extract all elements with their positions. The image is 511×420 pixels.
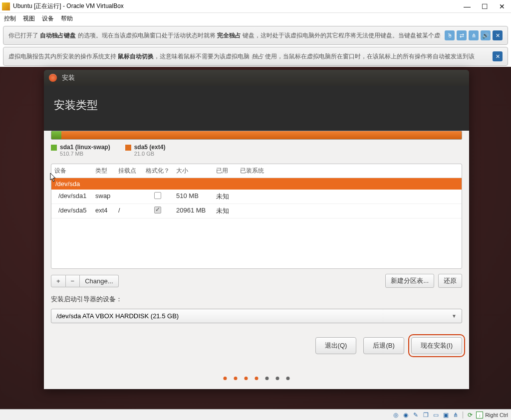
quit-button[interactable]: 退出(Q): [315, 337, 357, 354]
mouse-integration-icon[interactable]: ⟳: [466, 411, 474, 419]
menu-control[interactable]: 控制: [4, 14, 16, 23]
cell-size: 20961 MB: [173, 204, 213, 218]
cell-used: 未知: [213, 190, 237, 204]
progress-dots: [224, 377, 290, 380]
cell-type: swap: [92, 190, 115, 204]
table-row[interactable]: /dev/sda5 ext4 / 20961 MB 未知: [51, 204, 462, 218]
col-type: 类型: [92, 164, 115, 178]
notification-close-icon[interactable]: ✕: [493, 51, 503, 61]
back-button[interactable]: 后退(B): [363, 337, 404, 354]
vbox-statusbar: ◎ ◉ ✎ ❐ ▭ ▣ ⋔ ⟳ ↓ Right Ctrl: [0, 409, 511, 420]
minimize-button[interactable]: ―: [464, 2, 471, 10]
legend-size: 21.0 GB: [134, 151, 166, 157]
dot: [276, 377, 279, 380]
menu-view[interactable]: 视图: [23, 14, 35, 23]
notification-text: 你已打开了 自动独占键盘 的选项。现在当该虚拟电脑窗口处于活动状态时就将 完全独…: [8, 31, 441, 40]
shared-folder-icon[interactable]: ❐: [422, 411, 430, 419]
window-controls: ― ☐ ✕: [464, 2, 509, 10]
dot: [224, 377, 227, 380]
cell-used: 未知: [213, 204, 237, 218]
table-row[interactable]: /dev/sda1 swap 510 MB 未知: [51, 190, 462, 204]
installer-heading: 安装类型: [44, 86, 469, 131]
table-group-row[interactable]: /dev/sda: [51, 178, 462, 190]
cell-format[interactable]: [142, 190, 173, 204]
new-partition-table-button[interactable]: 新建分区表...: [385, 274, 434, 288]
col-format: 格式化？: [142, 164, 173, 178]
cell-format[interactable]: [142, 204, 173, 218]
revert-button[interactable]: 还原: [438, 274, 462, 288]
cell-system: [237, 190, 462, 204]
bootloader-select[interactable]: /dev/sda ATA VBOX HARDDISK (21.5 GB) ▼: [51, 309, 462, 323]
notification-close-icon[interactable]: ✕: [493, 30, 503, 40]
cell-device: /dev/sda1: [51, 190, 92, 204]
legend-swatch-swap: [51, 145, 57, 151]
menu-devices[interactable]: 设备: [42, 14, 54, 23]
installer-title: 安装: [62, 73, 75, 82]
usb-icon[interactable]: ✎: [412, 411, 420, 419]
bootloader-value: /dev/sda ATA VBOX HARDDISK (21.5 GB): [56, 312, 179, 320]
notification-keyboard: 你已打开了 自动独占键盘 的选项。现在当该虚拟电脑窗口处于活动状态时就将 完全独…: [3, 26, 508, 45]
col-device: 设备: [51, 164, 92, 178]
bootloader-label: 安装启动引导器的设备：: [44, 293, 469, 306]
display-icon[interactable]: ▭: [432, 411, 440, 419]
dot: [234, 377, 238, 380]
legend-label: sda5 (ext4): [134, 144, 166, 151]
optical-icon[interactable]: ◉: [402, 411, 410, 419]
ubuntu-desktop: 安装 安装类型 sda1 (linux-swap) 510.7 MB: [0, 67, 511, 409]
notification-area: 你已打开了 自动独占键盘 的选项。现在当该虚拟电脑窗口处于活动状态时就将 完全独…: [0, 24, 511, 70]
dot: [286, 377, 290, 380]
hdd-icon[interactable]: ◎: [392, 411, 400, 419]
disk-usage-bar: [51, 131, 462, 140]
audio-icon: 🔊: [481, 30, 491, 40]
mouse-status-icon: 🖱: [445, 30, 455, 40]
legend-size: 510.7 MB: [60, 151, 110, 157]
installer-close-button[interactable]: [49, 74, 57, 82]
network-status-icon[interactable]: ⋔: [452, 411, 460, 419]
chevron-down-icon: ▼: [452, 313, 457, 319]
add-partition-button[interactable]: +: [51, 275, 66, 287]
install-now-button[interactable]: 现在安装(I): [411, 337, 462, 354]
change-partition-button[interactable]: Change...: [80, 275, 118, 287]
cell-size: 510 MB: [173, 190, 213, 204]
disk-segment-ext4: [61, 131, 462, 139]
cell-type: ext4: [92, 204, 115, 218]
host-key-label: Right Ctrl: [485, 412, 508, 418]
col-mount: 挂载点: [115, 164, 142, 178]
remove-partition-button[interactable]: −: [66, 275, 80, 287]
vbox-window-title: Ubuntu [正在运行] - Oracle VM VirtualBox: [13, 2, 124, 10]
legend-item-ext4: sda5 (ext4) 21.0 GB: [125, 144, 166, 157]
dot: [255, 377, 258, 380]
vbox-app-icon: [2, 2, 10, 10]
table-header: 设备 类型 挂载点 格式化？ 大小 已用 已装系统: [51, 164, 462, 178]
table-blank-area: [51, 218, 462, 268]
col-system: 已装系统: [237, 164, 462, 178]
host-key-icon: ↓: [476, 412, 483, 419]
col-size: 大小: [173, 164, 213, 178]
cell-device: /dev/sda5: [51, 204, 92, 218]
partition-toolbar: + − Change... 新建分区表... 还原: [44, 269, 469, 293]
legend-swatch-ext4: [125, 145, 131, 151]
disk-legend: sda1 (linux-swap) 510.7 MB sda5 (ext4) 2…: [44, 140, 469, 164]
network-icon: ⋔: [469, 30, 479, 40]
disk-segment-swap: [51, 131, 61, 139]
col-used: 已用: [213, 164, 237, 178]
close-button[interactable]: ✕: [499, 2, 505, 10]
legend-item-swap: sda1 (linux-swap) 510.7 MB: [51, 144, 110, 157]
format-checkbox[interactable]: [154, 192, 161, 199]
dot: [245, 377, 248, 380]
notification-text: 虚拟电脑报告其内所安装的操作系统支持 鼠标自动切换，这意味着鼠标不需要为该虚拟电…: [8, 52, 489, 61]
cell-mount: /: [115, 204, 142, 218]
video-capture-icon[interactable]: ▣: [442, 411, 450, 419]
installer-window: 安装 安装类型 sda1 (linux-swap) 510.7 MB: [44, 70, 469, 389]
vbox-menubar: 控制 视图 设备 帮助: [0, 13, 511, 24]
legend-label: sda1 (linux-swap): [60, 144, 110, 151]
installer-titlebar[interactable]: 安装: [44, 70, 469, 86]
format-checkbox[interactable]: [154, 207, 161, 213]
maximize-button[interactable]: ☐: [482, 2, 488, 10]
partition-table[interactable]: 设备 类型 挂载点 格式化？ 大小 已用 已装系统 /dev/sda /dev/…: [51, 164, 462, 269]
menu-help[interactable]: 帮助: [61, 14, 73, 23]
dot: [265, 377, 269, 380]
share-icon: ⇄: [457, 30, 467, 40]
nav-buttons: 退出(Q) 后退(B) 现在安装(I): [44, 323, 469, 354]
notification-mouse: 虚拟电脑报告其内所安装的操作系统支持 鼠标自动切换，这意味着鼠标不需要为该虚拟电…: [3, 47, 508, 66]
